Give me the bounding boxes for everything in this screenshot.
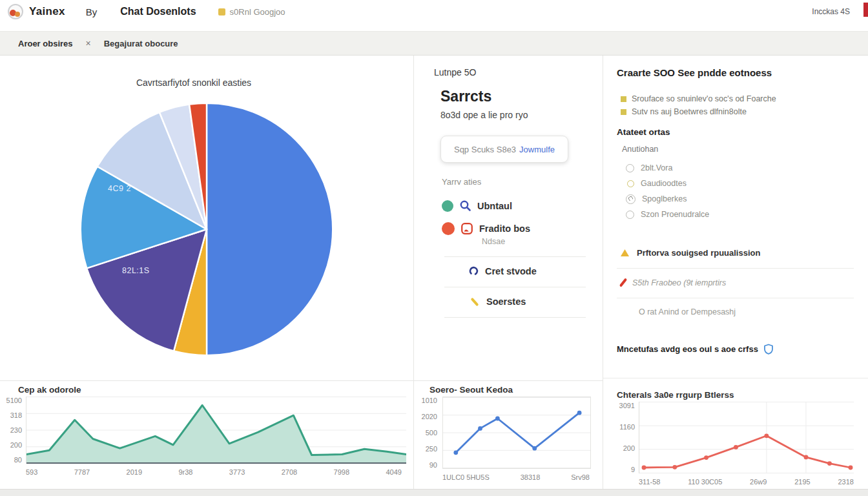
warning-row[interactable]: Prftorva souigsed rpuualission [617,248,854,258]
list-item-app[interactable]: Fradito bos [442,222,588,235]
x-axis-labels: 311-58 110 30C05 26w9 2195 2318 [639,478,854,486]
badge-label: s0Rnl Googjoo [230,7,285,17]
y-tick: 200 [623,444,635,452]
note-text: O rat Anind or Dempesashj [639,307,854,316]
list-section-label: Yarrv aties [442,177,592,187]
divider [617,268,854,269]
x-tick: 38318 [521,473,541,481]
radio-option[interactable]: 2blt.Vora [626,160,854,176]
list-item-slash[interactable]: Soerstes [469,296,588,307]
line-chart-card: Soero- Seout Kedoa 1010 2020 500 250 90 … [414,381,603,481]
status-badge: s0Rnl Googjoo [218,7,285,17]
bullet-list: Srouface so snuinlev'o soc's od Foarche … [617,92,854,118]
bullet-text: Sutv ns auj Boetwres dlfnin8olte [632,105,747,118]
yellow-square-bullet-icon [621,96,626,102]
section-subtitle: 8o3d ope a lie pro ryo [440,110,592,120]
x-tick: 2195 [794,478,810,486]
list-item-sublabel: Ndsae [482,237,588,246]
y-tick: 2020 [422,413,437,420]
y-tick: 250 [426,445,437,453]
yellow-slash-icon [470,297,479,306]
x-tick: 7998 [334,468,349,476]
y-tick: 500 [426,429,437,437]
y-axis-labels: 5100 318 230 200 80 [0,397,26,464]
x-tick: 7787 [74,468,90,476]
x-tick: 110 30C05 [688,478,722,486]
radio-group-label: Anutiohan [622,145,854,154]
bullet-text: Srouface so snuinlev'o soc's od Foarche [632,92,776,105]
y-tick: 200 [10,441,22,449]
radio-clock-icon[interactable] [626,194,636,204]
shield-icon [763,344,774,355]
x-tick: 2318 [838,478,853,486]
primary-action-button[interactable]: Sqp Scuks S8e3 Jowmulfe [440,136,568,163]
arc-icon [469,266,479,276]
y-tick: 318 [10,411,22,419]
trend-chart-svg [639,402,854,473]
radio-option[interactable]: Gaudioodtes [626,176,854,191]
nav-item-title[interactable]: Chat Dosenlots [120,6,196,17]
radio-icon[interactable] [626,164,634,172]
y-tick: 1010 [422,397,437,404]
y-tick: 230 [10,426,22,434]
x-tick: 1ULC0 5HU5S [442,473,490,481]
list-item-label: Ubntaul [477,201,512,211]
badge-square-icon [218,8,225,16]
y-axis-labels: 3091 1160 200 9 [617,402,639,473]
nav-item-by[interactable]: By [86,6,98,17]
app-window: Yainex By Chat Dosenlots s0Rnl Googjoo I… [0,0,868,496]
details-section: Lutnpe 5O Sarrcts 8o3d ope a lie pro ryo… [414,56,603,381]
radio-label: Szon Proenudralce [641,210,709,219]
list-item-label: Cret stvode [485,266,537,276]
y-tick: 5100 [6,397,22,404]
radio-group: 2blt.Vora Gaudioodtes Spoglberkes Szon P… [617,160,854,222]
pie-chart-title: Cavrtsarfiytof snonkil easties [0,78,388,88]
error-row[interactable]: S5th Fraobeo (9t iemprtirs [617,278,854,287]
list-item-arc[interactable]: Cret stvode [469,266,588,276]
x-tick: 9r38 [178,468,192,476]
radio-option[interactable]: Szon Proenudralce [626,207,854,222]
radio-icon[interactable] [626,211,634,219]
y-tick: 3091 [619,402,635,409]
warning-text: Prftorva souigsed rpuualission [637,248,760,258]
top-bar: Yainex By Chat Dosenlots s0Rnl Googjoo I… [0,0,868,31]
source-list: Ubntaul Fradito bos Ndsae [434,200,592,318]
green-dot-icon [442,200,453,212]
app-frame-icon [460,222,473,235]
divider [617,298,854,298]
yellow-square-bullet-icon [621,109,626,115]
radio-label: 2blt.Vora [641,163,672,172]
radio-label: Spoglberkes [642,194,687,203]
bottom-strip [0,489,868,496]
logo-text: Yainex [29,5,65,18]
tab-bar: Aroer obsires × Begajurat obocure [0,31,868,56]
section-eyebrow: Lutnpe 5O [434,67,592,78]
tab-secondary[interactable]: Begajurat obocure [104,39,178,48]
red-slash-icon [619,278,627,287]
pie-slice-label: 82L:1S [122,266,150,275]
pie-slice-primary-blue [207,103,333,355]
y-axis-labels: 1010 2020 500 250 90 [414,397,442,469]
list-item-label: Fradito bos [479,223,530,234]
divider [603,378,868,378]
warning-triangle-icon [621,249,629,256]
right-panel: Craarte SOO See pndde eotnoess Srouface … [603,56,868,490]
close-tab-icon[interactable]: × [86,39,91,48]
tab-current[interactable]: Aroer obsires [18,39,73,48]
bullet-item: Sutv ns auj Boetwres dlfnin8olte [621,105,854,118]
main-content: Cavrtsarfiytof snonkil easties 4C9 2 82L… [0,56,868,490]
button-link-label[interactable]: Jowmulfe [519,145,555,154]
button-label: Sqp Scuks S8e3 [454,145,516,154]
x-tick: Srv98 [571,473,590,481]
x-tick: 26w9 [750,478,767,486]
radio-option[interactable]: Spoglberkes [626,191,854,207]
x-tick: 4049 [386,468,401,476]
line-chart-plot [442,397,591,469]
logo[interactable]: Yainex [8,4,65,19]
radio-icon[interactable] [627,180,634,187]
x-axis-labels: 1ULC0 5HU5S 38318 Srv98 [442,473,590,481]
header-right-link[interactable]: Incckas 4S [812,7,850,16]
divider [444,317,586,318]
x-tick: 2019 [127,468,142,476]
list-item-search[interactable]: Ubntaul [442,200,588,212]
